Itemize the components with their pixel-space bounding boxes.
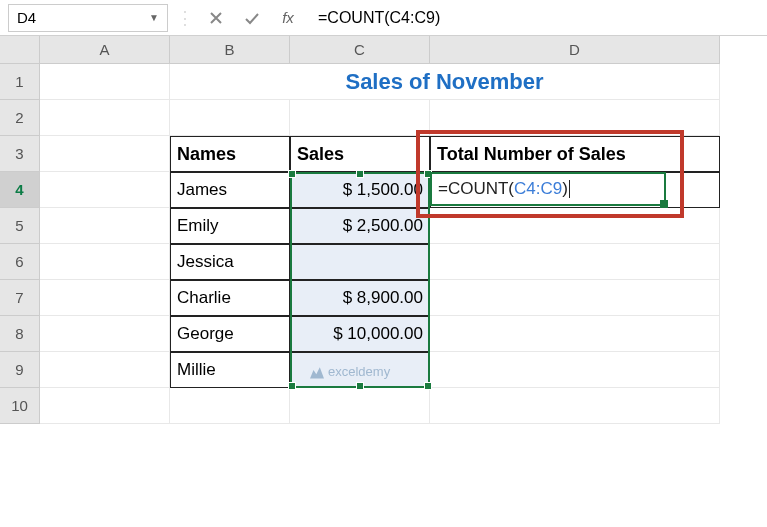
cell-D7[interactable] <box>430 280 720 316</box>
name-box-value: D4 <box>17 9 36 26</box>
formula-input[interactable]: =COUNT(C4:C9) <box>310 4 759 32</box>
title-cell[interactable]: Sales of November <box>170 64 720 100</box>
spreadsheet: A B C D 1 2 3 4 5 6 7 8 9 10 Sales of No… <box>0 36 767 424</box>
select-all-corner[interactable] <box>0 36 40 64</box>
cell-B10[interactable] <box>170 388 290 424</box>
cell-D6[interactable] <box>430 244 720 280</box>
name-cell[interactable]: James <box>170 172 290 208</box>
cell-A10[interactable] <box>40 388 170 424</box>
cell-A2[interactable] <box>40 100 170 136</box>
header-total[interactable]: Total Number of Sales <box>430 136 720 172</box>
fx-icon[interactable]: fx <box>274 4 302 32</box>
cancel-icon[interactable] <box>202 4 230 32</box>
header-names[interactable]: Names <box>170 136 290 172</box>
row-header-6[interactable]: 6 <box>0 244 40 280</box>
cell-D9[interactable] <box>430 352 720 388</box>
sales-cell[interactable]: $ 8,900.00 <box>290 280 430 316</box>
col-header-C[interactable]: C <box>290 36 430 64</box>
watermark-icon <box>310 365 324 379</box>
cell-A8[interactable] <box>40 316 170 352</box>
cell-A1[interactable] <box>40 64 170 100</box>
row-header-2[interactable]: 2 <box>0 100 40 136</box>
cell-A3[interactable] <box>40 136 170 172</box>
cell-C10[interactable] <box>290 388 430 424</box>
separator: ⋮ <box>176 7 194 29</box>
name-cell[interactable]: Millie <box>170 352 290 388</box>
sales-cell[interactable]: $ 2,500.00 <box>290 208 430 244</box>
chevron-down-icon[interactable]: ▼ <box>149 12 159 23</box>
row-header-3[interactable]: 3 <box>0 136 40 172</box>
row-header-1[interactable]: 1 <box>0 64 40 100</box>
formula-input-value: =COUNT(C4:C9) <box>318 9 440 27</box>
cell-D10[interactable] <box>430 388 720 424</box>
row-header-8[interactable]: 8 <box>0 316 40 352</box>
cell-A9[interactable] <box>40 352 170 388</box>
cell-D4[interactable] <box>430 172 720 208</box>
sales-cell[interactable]: $ 1,500.00 <box>290 172 430 208</box>
fill-handle[interactable] <box>660 200 668 208</box>
col-header-B[interactable]: B <box>170 36 290 64</box>
cell-A5[interactable] <box>40 208 170 244</box>
cell-A6[interactable] <box>40 244 170 280</box>
cell-D8[interactable] <box>430 316 720 352</box>
name-cell[interactable]: Emily <box>170 208 290 244</box>
watermark: exceldemy <box>310 364 390 379</box>
name-box[interactable]: D4 ▼ <box>8 4 168 32</box>
watermark-text: exceldemy <box>328 364 390 379</box>
column-headers: A B C D <box>40 36 767 64</box>
row-header-7[interactable]: 7 <box>0 280 40 316</box>
row-header-10[interactable]: 10 <box>0 388 40 424</box>
row-header-9[interactable]: 9 <box>0 352 40 388</box>
row-header-4[interactable]: 4 <box>0 172 40 208</box>
cell-D5[interactable] <box>430 208 720 244</box>
formula-bar: D4 ▼ ⋮ fx =COUNT(C4:C9) <box>0 0 767 36</box>
header-sales[interactable]: Sales <box>290 136 430 172</box>
col-header-A[interactable]: A <box>40 36 170 64</box>
name-cell[interactable]: Charlie <box>170 280 290 316</box>
name-cell[interactable]: George <box>170 316 290 352</box>
name-cell[interactable]: Jessica <box>170 244 290 280</box>
cell-A7[interactable] <box>40 280 170 316</box>
cell-D2[interactable] <box>430 100 720 136</box>
row-headers: 1 2 3 4 5 6 7 8 9 10 <box>0 64 40 424</box>
sales-cell[interactable] <box>290 244 430 280</box>
sales-cell[interactable]: $ 10,000.00 <box>290 316 430 352</box>
cell-C2[interactable] <box>290 100 430 136</box>
row-header-5[interactable]: 5 <box>0 208 40 244</box>
cell-B2[interactable] <box>170 100 290 136</box>
cell-A4[interactable] <box>40 172 170 208</box>
cells-grid: Sales of November Names Sales Total Numb… <box>40 64 720 424</box>
enter-icon[interactable] <box>238 4 266 32</box>
col-header-D[interactable]: D <box>430 36 720 64</box>
